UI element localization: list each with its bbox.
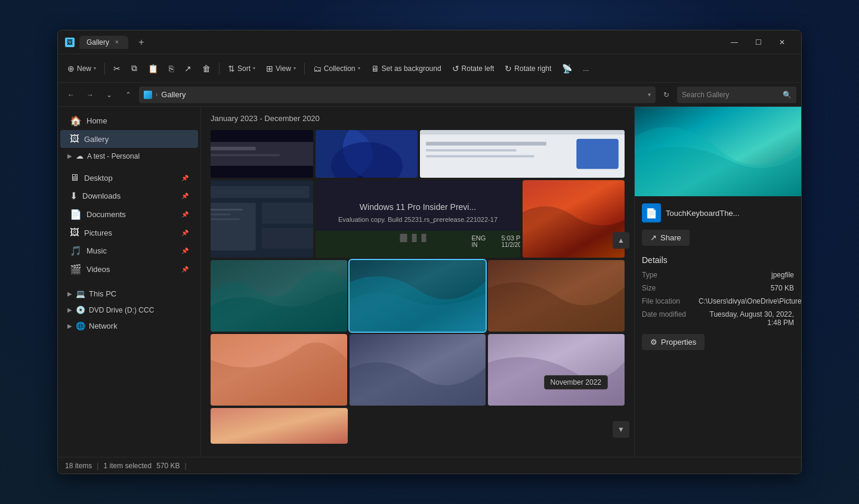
search-icon: 🔍 bbox=[783, 91, 792, 99]
cast-icon: 📡 bbox=[562, 64, 572, 73]
address-bar[interactable]: › Gallery ▾ bbox=[139, 86, 656, 103]
sort-icon: ⇅ bbox=[228, 64, 235, 73]
tab-close-button[interactable]: × bbox=[113, 38, 121, 47]
set-background-icon: 🖥 bbox=[371, 64, 379, 73]
gallery-thumb-11[interactable] bbox=[350, 334, 486, 406]
network-expand-icon: ▶ bbox=[67, 323, 72, 329]
status-sep-2: | bbox=[185, 462, 187, 470]
address-dropdown-icon[interactable]: ▾ bbox=[648, 91, 651, 98]
properties-button[interactable]: ⚙ Properties bbox=[642, 334, 704, 350]
items-count: 18 items bbox=[65, 462, 92, 470]
preview-area bbox=[635, 107, 801, 196]
gallery-thumb-9[interactable] bbox=[488, 260, 625, 332]
rotate-right-button[interactable]: ↻ Rotate right bbox=[500, 59, 556, 78]
network-icon: 🌐 bbox=[76, 321, 85, 330]
home-icon: 🏠 bbox=[70, 115, 82, 126]
gallery-thumb-6[interactable] bbox=[523, 180, 625, 258]
gallery-thumb-10[interactable] bbox=[211, 334, 347, 406]
delete-icon: 🗑 bbox=[202, 64, 211, 73]
maximize-button[interactable]: ☐ bbox=[746, 33, 770, 52]
main-content: 🏠 Home 🖼 Gallery ▶ ☁ A test - Personal 🖥… bbox=[58, 107, 801, 457]
sort-button[interactable]: ⇅ Sort ▾ bbox=[223, 59, 260, 78]
pictures-icon: 🖼 bbox=[70, 227, 79, 238]
scroll-up-button[interactable]: ▲ bbox=[613, 232, 629, 249]
sidebar-item-dvd[interactable]: ▶ 💿 DVD Drive (D:) CCC bbox=[58, 302, 200, 318]
sidebar-item-network[interactable]: ▶ 🌐 Network bbox=[58, 318, 200, 334]
gallery-thumb-1[interactable] bbox=[211, 130, 313, 178]
new-button[interactable]: ⊕ New ▾ bbox=[63, 59, 101, 78]
sidebar-item-cloud[interactable]: ▶ ☁ A test - Personal bbox=[58, 148, 200, 164]
selected-size: 570 KB bbox=[156, 462, 180, 470]
close-button[interactable]: ✕ bbox=[770, 33, 794, 52]
delete-button[interactable]: 🗑 bbox=[197, 59, 215, 78]
search-box[interactable]: Search Gallery 🔍 bbox=[677, 86, 796, 103]
more-button[interactable]: ... bbox=[578, 59, 594, 78]
svg-text:Windows 11 Pro Insider Previ..: Windows 11 Pro Insider Previ... bbox=[359, 202, 475, 212]
detail-row-date: Date modified Tuesday, August 30, 2022, … bbox=[642, 310, 794, 327]
rotate-left-button[interactable]: ↺ Rotate left bbox=[447, 59, 499, 78]
view-chevron-icon: ▾ bbox=[293, 66, 296, 71]
sidebar-item-documents[interactable]: 📄 Documents 📌 bbox=[60, 205, 198, 224]
cut-button[interactable]: ✂ bbox=[109, 59, 125, 78]
sidebar-item-home[interactable]: 🏠 Home bbox=[60, 112, 198, 130]
share-icon: ↗ bbox=[184, 64, 191, 73]
scroll-down-button[interactable]: ▼ bbox=[613, 421, 629, 438]
copy-icon: ⧉ bbox=[131, 63, 137, 73]
sidebar-item-this-pc[interactable]: ▶ 💻 This PC bbox=[58, 286, 200, 302]
collection-chevron-icon: ▾ bbox=[358, 66, 360, 71]
copy-button[interactable]: ⧉ bbox=[126, 59, 142, 78]
address-bar-row: ← → ⌄ ⌃ › Gallery ▾ ↻ Search Gallery 🔍 bbox=[58, 83, 801, 107]
gallery-area: January 2023 - December 2020 bbox=[201, 107, 634, 457]
sidebar-item-videos[interactable]: 🎬 Videos 📌 bbox=[60, 260, 198, 279]
gallery-thumb-5[interactable]: Windows 11 Pro Insider Previ... Evaluati… bbox=[316, 180, 520, 258]
file-type-icon: 📄 bbox=[642, 203, 661, 222]
gallery-thumb-12[interactable] bbox=[488, 334, 625, 406]
new-tab-button[interactable]: + bbox=[133, 34, 150, 51]
minimize-button[interactable]: ― bbox=[722, 33, 746, 52]
collection-button[interactable]: 🗂 Collection ▾ bbox=[308, 59, 365, 78]
gallery-thumb-4[interactable] bbox=[211, 180, 313, 258]
forward-button[interactable]: → bbox=[82, 86, 98, 103]
svg-rect-20 bbox=[211, 214, 231, 215]
paste-button[interactable]: 📋 bbox=[143, 59, 163, 78]
gallery-thumb-3[interactable] bbox=[420, 130, 625, 178]
cast-button[interactable]: 📡 bbox=[557, 59, 577, 78]
sidebar-item-gallery[interactable]: 🖼 Gallery bbox=[60, 130, 198, 148]
gallery-thumb-8[interactable] bbox=[350, 260, 486, 332]
window-controls: ― ☐ ✕ bbox=[722, 33, 794, 52]
pin-icon-dl: 📌 bbox=[181, 193, 189, 199]
gallery-thumb-2[interactable] bbox=[316, 130, 418, 178]
sidebar-item-music[interactable]: 🎵 Music 📌 bbox=[60, 242, 198, 260]
refresh-button[interactable]: ↻ bbox=[658, 86, 675, 103]
sidebar-item-desktop[interactable]: 🖥 Desktop 📌 bbox=[60, 169, 198, 187]
svg-rect-15 bbox=[211, 186, 310, 198]
gallery-thumb-13[interactable] bbox=[211, 408, 348, 444]
up-chevron-button[interactable]: ⌄ bbox=[101, 86, 118, 103]
tab-label: Gallery bbox=[86, 38, 109, 47]
window-tab[interactable]: Gallery × bbox=[79, 36, 128, 49]
svg-rect-28 bbox=[421, 234, 426, 242]
svg-rect-2 bbox=[211, 147, 256, 150]
gallery-row-1 bbox=[211, 130, 625, 178]
svg-rect-18 bbox=[262, 228, 313, 249]
set-background-button[interactable]: 🖥 Set as background bbox=[366, 59, 446, 78]
share-button[interactable]: ↗ Share bbox=[642, 230, 690, 246]
paste-icon: 📋 bbox=[148, 64, 158, 73]
gallery-thumb-7[interactable] bbox=[211, 260, 347, 332]
sidebar-item-downloads[interactable]: ⬇ Downloads 📌 bbox=[60, 187, 198, 205]
share-toolbar-button[interactable]: ↗ bbox=[180, 59, 196, 78]
copy-path-icon: ⎘ bbox=[169, 64, 174, 73]
svg-rect-12 bbox=[426, 155, 534, 157]
sidebar-item-pictures[interactable]: 🖼 Pictures 📌 bbox=[60, 224, 198, 242]
cut-icon: ✂ bbox=[113, 64, 120, 73]
svg-rect-3 bbox=[211, 154, 280, 156]
address-app-icon bbox=[144, 91, 152, 99]
back-button[interactable]: ← bbox=[63, 86, 79, 103]
copy-path-button[interactable]: ⎘ bbox=[164, 59, 178, 78]
this-pc-expand-icon: ▶ bbox=[67, 290, 72, 297]
toolbar-separator-3 bbox=[304, 63, 305, 75]
svg-text:IN: IN bbox=[471, 242, 477, 248]
documents-icon: 📄 bbox=[70, 209, 82, 220]
down-chevron-button[interactable]: ⌃ bbox=[120, 86, 137, 103]
view-button[interactable]: ⊞ View ▾ bbox=[261, 59, 301, 78]
